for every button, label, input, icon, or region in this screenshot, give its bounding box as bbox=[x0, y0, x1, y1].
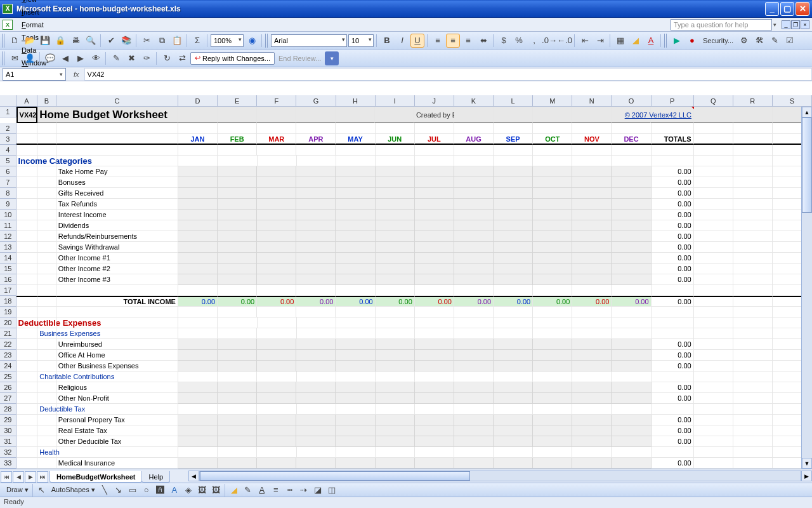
ink-icon[interactable]: ✎ bbox=[109, 51, 123, 65]
increase-decimal-icon[interactable]: .0→ bbox=[542, 34, 556, 48]
formula-bar: A1▾ fx VX42 bbox=[0, 67, 812, 81]
bold-icon[interactable]: B bbox=[380, 34, 394, 48]
mdi-restore-button[interactable]: ❐ bbox=[791, 20, 800, 29]
save-icon[interactable]: 💾 bbox=[38, 34, 52, 48]
fx-icon[interactable]: fx bbox=[74, 70, 79, 78]
menu-format[interactable]: Format bbox=[16, 18, 51, 31]
autosum-icon[interactable]: Σ bbox=[190, 34, 204, 48]
paste-icon[interactable]: 📋 bbox=[170, 34, 184, 48]
vba-icon[interactable]: ⚙ bbox=[737, 34, 751, 48]
security-button[interactable]: Security... bbox=[700, 37, 736, 44]
workbook-icon[interactable]: X bbox=[3, 20, 13, 30]
standard-toolbar: 🗋 📂 💾 🔒 🖶 🔍 ✔ 📚 ✂ ⧉ 📋 Σ 100% ◉ Arial 10 … bbox=[0, 32, 812, 50]
record-macro-icon[interactable]: ● bbox=[685, 34, 699, 48]
mdi-minimize-button[interactable]: _ bbox=[782, 20, 790, 29]
chevron-down-icon: ▾ bbox=[60, 71, 63, 77]
new-comment-icon[interactable]: 💬 bbox=[43, 51, 57, 65]
italic-icon[interactable]: I bbox=[395, 34, 409, 48]
reply-icon: ↩ bbox=[195, 54, 200, 62]
mdi-close-button[interactable]: × bbox=[801, 20, 809, 29]
send-mail-icon[interactable]: ✉ bbox=[8, 51, 22, 65]
align-left-icon[interactable]: ≡ bbox=[431, 34, 445, 48]
name-box[interactable]: A1▾ bbox=[3, 68, 66, 81]
spellcheck-icon[interactable]: ✔ bbox=[104, 34, 118, 48]
play-macro-icon[interactable]: ▶ bbox=[670, 34, 684, 48]
underline-icon[interactable]: U bbox=[410, 34, 424, 48]
show-ink-icon[interactable]: ✑ bbox=[140, 51, 154, 65]
print-preview-icon[interactable]: 🔍 bbox=[84, 34, 98, 48]
reply-with-changes-button[interactable]: ↩ Reply with Changes... bbox=[190, 52, 275, 65]
prev-comment-icon[interactable]: ◀ bbox=[58, 51, 72, 65]
recipient-icon[interactable]: 👤 bbox=[23, 51, 37, 65]
help-dropdown-icon[interactable]: ▾ bbox=[773, 22, 776, 28]
open-icon[interactable]: 📂 bbox=[23, 34, 37, 48]
font-color-icon[interactable]: A bbox=[644, 34, 658, 48]
toolbar-options-icon[interactable]: ▾ bbox=[325, 51, 339, 65]
align-right-icon[interactable]: ≡ bbox=[461, 34, 475, 48]
research-icon[interactable]: 📚 bbox=[119, 34, 133, 48]
percent-icon[interactable]: % bbox=[512, 34, 526, 48]
copy-icon[interactable]: ⧉ bbox=[155, 34, 169, 48]
zoom-combo[interactable]: 100% bbox=[211, 34, 244, 47]
excel-icon: X bbox=[3, 4, 13, 14]
maximize-button[interactable]: ▢ bbox=[780, 2, 794, 16]
close-button[interactable]: ✕ bbox=[796, 2, 809, 16]
formula-input[interactable]: VX42 bbox=[84, 68, 812, 81]
permission-icon[interactable]: 🔒 bbox=[53, 34, 67, 48]
toolbar-grip[interactable] bbox=[2, 34, 5, 48]
minimize-button[interactable]: _ bbox=[765, 2, 779, 16]
merge-center-icon[interactable]: ⬌ bbox=[476, 34, 490, 48]
comma-icon[interactable]: , bbox=[527, 34, 541, 48]
new-icon[interactable]: 🗋 bbox=[8, 34, 22, 48]
print-icon[interactable]: 🖶 bbox=[69, 34, 82, 48]
menu-view[interactable]: View bbox=[16, 0, 51, 6]
reviewing-toolbar: ✉ 👤 💬 ◀ ▶ 👁 ✎ ✖ ✑ ↻ ⇄ ↩ Reply with Chang… bbox=[0, 50, 812, 67]
toolbar-grip[interactable] bbox=[265, 34, 268, 48]
increase-indent-icon[interactable]: ⇥ bbox=[593, 34, 607, 48]
help-icon[interactable]: ◉ bbox=[245, 34, 259, 48]
help-search-input[interactable]: Type a question for help bbox=[671, 19, 772, 30]
borders-icon[interactable]: ▦ bbox=[613, 34, 627, 48]
decrease-decimal-icon[interactable]: ←.0 bbox=[558, 34, 572, 48]
cut-icon[interactable]: ✂ bbox=[140, 34, 154, 48]
toolbar-grip[interactable] bbox=[2, 51, 5, 65]
decrease-indent-icon[interactable]: ⇤ bbox=[578, 34, 592, 48]
menu-insert[interactable]: Insert bbox=[16, 6, 51, 18]
font-size-combo[interactable]: 10 bbox=[348, 34, 374, 47]
menu-bar: X FileEditViewInsertFormatToolsDataWindo… bbox=[0, 18, 812, 32]
font-name-combo[interactable]: Arial bbox=[271, 34, 347, 47]
track-changes-icon[interactable]: ⇄ bbox=[175, 51, 189, 65]
design-mode-icon[interactable]: ✎ bbox=[768, 34, 782, 48]
show-comments-icon[interactable]: 👁 bbox=[89, 51, 103, 65]
toolbox-icon[interactable]: 🛠 bbox=[752, 34, 766, 48]
currency-icon[interactable]: $ bbox=[497, 34, 511, 48]
end-review-button[interactable]: End Review... bbox=[276, 55, 324, 62]
next-comment-icon[interactable]: ▶ bbox=[74, 51, 88, 65]
align-center-icon[interactable]: ≡ bbox=[446, 34, 460, 48]
toolbar-grip[interactable] bbox=[664, 34, 667, 48]
window-titlebar: X Microsoft Excel - home-budget-workshee… bbox=[0, 0, 812, 18]
control-icon[interactable]: ☑ bbox=[783, 34, 797, 48]
delete-comment-icon[interactable]: ✖ bbox=[124, 51, 138, 65]
fill-color-icon[interactable]: ◢ bbox=[629, 34, 643, 48]
update-file-icon[interactable]: ↻ bbox=[160, 51, 174, 65]
